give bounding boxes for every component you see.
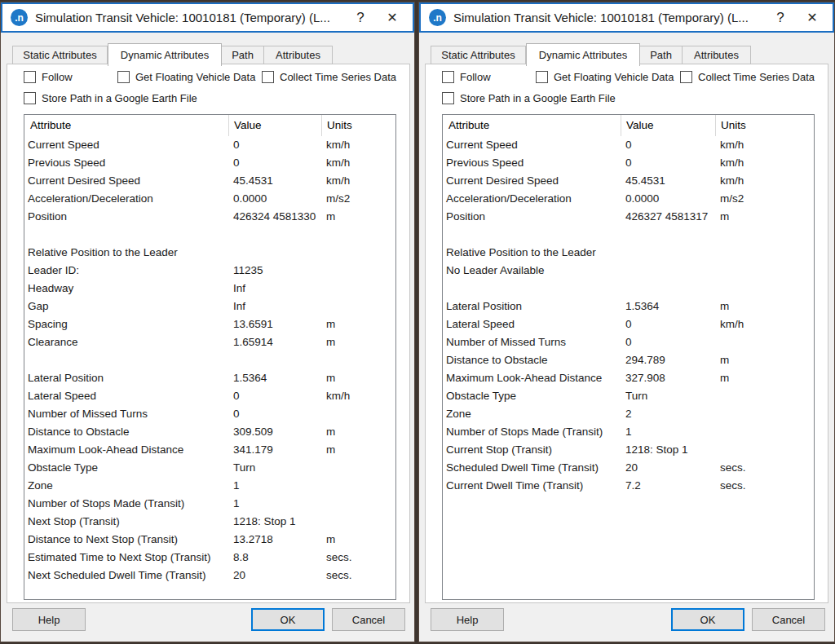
checkbox-box[interactable]	[24, 92, 36, 104]
ok-button[interactable]: OK	[671, 608, 744, 631]
table-row[interactable]: Obstacle TypeTurn	[443, 387, 814, 405]
ok-button[interactable]: OK	[251, 608, 325, 631]
table-row[interactable]: Lateral Speed0km/h	[443, 315, 814, 333]
table-row[interactable]: Relative Position to the Leader	[443, 244, 814, 262]
table-row[interactable]: Clearance1.65914m	[24, 333, 395, 351]
column-header-attribute[interactable]: Attribute	[24, 115, 228, 136]
checkbox-collect-time-series-data[interactable]: Collect Time Series Data	[680, 70, 815, 83]
table-row[interactable]: Number of Stops Made (Transit)1	[24, 495, 395, 513]
tab-dynamic-attributes[interactable]: Dynamic Attributes	[526, 43, 640, 66]
table-row[interactable]: Acceleration/Deceleration0.0000m/s2	[24, 190, 395, 208]
help-button[interactable]: Help	[12, 608, 86, 631]
table-row[interactable]: Position426327 4581317m	[443, 208, 814, 226]
close-icon[interactable]: ✕	[380, 10, 404, 25]
table-row[interactable]: Maximum Look-Ahead Distance327.908m	[443, 369, 814, 387]
checkbox-follow[interactable]: Follow	[442, 70, 491, 83]
table-row[interactable]: Current Desired Speed45.4531km/h	[443, 172, 814, 190]
table-row[interactable]	[443, 280, 814, 298]
table-row[interactable]: Position426324 4581330m	[24, 208, 395, 226]
value-cell: 426324 4581330	[228, 208, 321, 226]
table-row[interactable]: Next Scheduled Dwell Time (Transit)20sec…	[24, 567, 395, 584]
tab-static-attributes[interactable]: Static Attributes	[12, 46, 108, 64]
checkbox-box[interactable]	[680, 71, 692, 83]
help-button[interactable]: Help	[431, 608, 504, 631]
table-row[interactable]: Current Dwell Time (Transit)7.2secs.	[443, 477, 814, 495]
table-row[interactable]: Relative Position to the Leader	[24, 244, 395, 262]
column-header-units[interactable]: Units	[321, 115, 395, 136]
table-row[interactable]: Current Stop (Transit)1218: Stop 1	[443, 441, 814, 459]
app-icon-text: .n	[15, 12, 24, 24]
titlebar[interactable]: .n Simulation Transit Vehicle: 10010181 …	[1, 2, 414, 33]
table-row[interactable]: Distance to Obstacle309.509m	[24, 423, 395, 441]
table-row[interactable]: Distance to Obstacle294.789m	[443, 351, 814, 369]
titlebar[interactable]: .n Simulation Transit Vehicle: 10010181 …	[419, 2, 834, 33]
table-row[interactable]: Current Speed0km/h	[24, 136, 395, 154]
table-row[interactable]: Lateral Position1.5364m	[443, 298, 814, 315]
column-header-units[interactable]: Units	[715, 115, 814, 136]
checkbox-follow[interactable]: Follow	[24, 70, 73, 83]
table-row[interactable]: Obstacle TypeTurn	[24, 459, 395, 477]
table-row[interactable]: Number of Missed Turns0	[24, 405, 395, 423]
close-icon[interactable]: ✕	[800, 10, 824, 25]
column-header-attribute[interactable]: Attribute	[443, 115, 621, 136]
cancel-button[interactable]: Cancel	[752, 608, 825, 631]
checkbox-get-floating-vehicle-data[interactable]: Get Floating Vehicle Data	[536, 70, 674, 83]
table-row[interactable]: Maximum Look-Ahead Distance341.179m	[24, 441, 395, 459]
table-row[interactable]	[24, 351, 395, 369]
column-header-value[interactable]: Value	[228, 115, 321, 136]
checkbox-box[interactable]	[442, 71, 454, 83]
checkbox-get-floating-vehicle-data[interactable]: Get Floating Vehicle Data	[117, 70, 255, 83]
table-row[interactable]: Current Desired Speed45.4531km/h	[24, 172, 395, 190]
checkbox-box[interactable]	[117, 71, 130, 83]
units-cell: m	[321, 333, 395, 351]
tab-path[interactable]: Path	[222, 46, 264, 64]
checkbox-box[interactable]	[442, 92, 454, 104]
tab-static-attributes[interactable]: Static Attributes	[431, 46, 526, 64]
checkbox-store-path-google-earth[interactable]: Store Path in a Google Earth File	[442, 91, 616, 104]
units-cell: km/h	[715, 172, 814, 190]
table-row[interactable]: Leader ID:11235	[24, 262, 395, 280]
titlebar-help-button[interactable]: ?	[348, 10, 373, 26]
tab-dynamic-attributes[interactable]: Dynamic Attributes	[108, 43, 222, 66]
table-body: Current Speed0km/hPrevious Speed0km/hCur…	[443, 136, 814, 495]
table-row[interactable]: Zone2	[443, 405, 814, 423]
tab-attributes[interactable]: Attributes	[683, 46, 751, 64]
table-row[interactable]: Previous Speed0km/h	[24, 154, 395, 172]
checkbox-box[interactable]	[536, 71, 548, 83]
table-row[interactable]	[24, 226, 395, 244]
titlebar-help-button[interactable]: ?	[768, 10, 793, 26]
checkbox-box[interactable]	[24, 71, 36, 83]
tab-attributes[interactable]: Attributes	[264, 46, 333, 64]
attributes-table[interactable]: Attribute Value Units Current Speed0km/h…	[442, 114, 815, 600]
attribute-name-cell: Next Stop (Transit)	[24, 513, 228, 531]
app-icon-text: .n	[433, 12, 442, 24]
table-row[interactable]: Acceleration/Deceleration0.0000m/s2	[443, 190, 814, 208]
table-row[interactable]: Previous Speed0km/h	[443, 154, 814, 172]
checkbox-store-path-google-earth[interactable]: Store Path in a Google Earth File	[24, 91, 197, 104]
table-row[interactable]: Number of Stops Made (Transit)1	[443, 423, 814, 441]
table-body: Current Speed0km/hPrevious Speed0km/hCur…	[24, 136, 395, 584]
column-header-value[interactable]: Value	[621, 115, 715, 136]
attributes-table[interactable]: Attribute Value Units Current Speed0km/h…	[24, 114, 396, 600]
table-row[interactable]: Distance to Next Stop (Transit)13.2718m	[24, 531, 395, 549]
checkbox-box[interactable]	[262, 71, 274, 83]
table-row[interactable]: Next Stop (Transit)1218: Stop 1	[24, 513, 395, 531]
table-row[interactable]	[443, 226, 814, 244]
table-row[interactable]: Spacing13.6591m	[24, 315, 395, 333]
value-cell: 0.0000	[621, 190, 715, 208]
table-row[interactable]: No Leader Available	[443, 262, 814, 280]
table-row[interactable]: Zone1	[24, 477, 395, 495]
checkbox-label: Get Floating Vehicle Data	[554, 71, 674, 83]
units-cell: m	[715, 351, 814, 369]
table-row[interactable]: Lateral Speed0km/h	[24, 387, 395, 405]
tab-path[interactable]: Path	[640, 46, 683, 64]
table-row[interactable]: Scheduled Dwell Time (Transit)20secs.	[443, 459, 814, 477]
table-row[interactable]: GapInf	[24, 298, 395, 315]
table-row[interactable]: HeadwayInf	[24, 280, 395, 298]
cancel-button[interactable]: Cancel	[332, 608, 405, 631]
table-row[interactable]: Lateral Position1.5364m	[24, 369, 395, 387]
table-row[interactable]: Number of Missed Turns0	[443, 333, 814, 351]
checkbox-collect-time-series-data[interactable]: Collect Time Series Data	[262, 70, 396, 83]
table-row[interactable]: Estimated Time to Next Stop (Transit)8.8…	[24, 549, 395, 567]
table-row[interactable]: Current Speed0km/h	[443, 136, 814, 154]
